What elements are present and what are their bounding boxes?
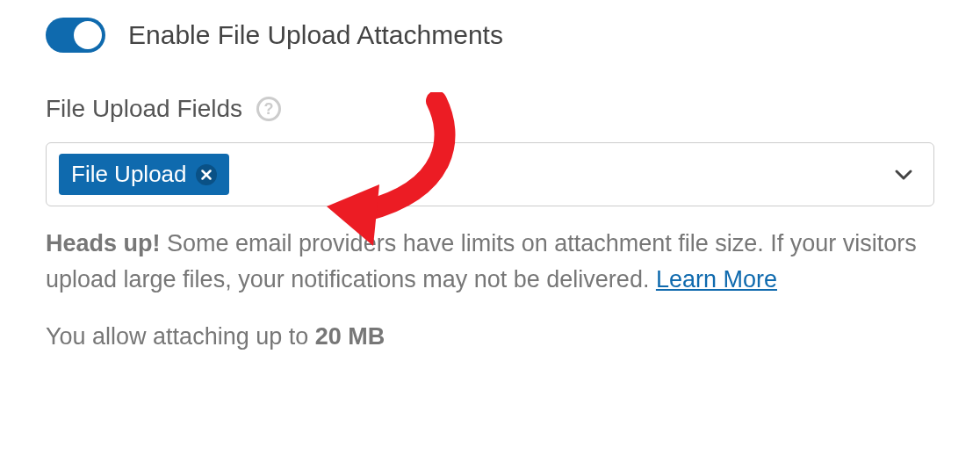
chip-label: File Upload xyxy=(71,161,187,188)
file-upload-fields-select[interactable]: File Upload xyxy=(46,142,934,206)
settings-panel: Enable File Upload Attachments File Uplo… xyxy=(46,18,934,350)
file-upload-fields-label: File Upload Fields xyxy=(46,95,242,123)
warning-body: Some email providers have limits on atta… xyxy=(46,230,917,292)
attachment-limit-text: You allow attaching up to 20 MB xyxy=(46,323,934,350)
field-label-row: File Upload Fields ? xyxy=(46,95,934,123)
enable-attachments-toggle[interactable] xyxy=(46,18,105,53)
enable-toggle-row: Enable File Upload Attachments xyxy=(46,18,934,53)
warning-text: Heads up! Some email providers have limi… xyxy=(46,226,934,297)
chevron-down-icon xyxy=(893,164,914,185)
limit-prefix: You allow attaching up to xyxy=(46,323,315,350)
help-icon[interactable]: ? xyxy=(256,97,281,121)
limit-value: 20 MB xyxy=(315,323,386,350)
chip-remove-icon[interactable] xyxy=(196,164,217,185)
heads-up-label: Heads up! xyxy=(46,230,161,256)
file-upload-chip: File Upload xyxy=(59,154,229,195)
learn-more-link[interactable]: Learn More xyxy=(656,266,777,292)
toggle-label: Enable File Upload Attachments xyxy=(128,20,503,50)
toggle-knob xyxy=(74,21,102,49)
